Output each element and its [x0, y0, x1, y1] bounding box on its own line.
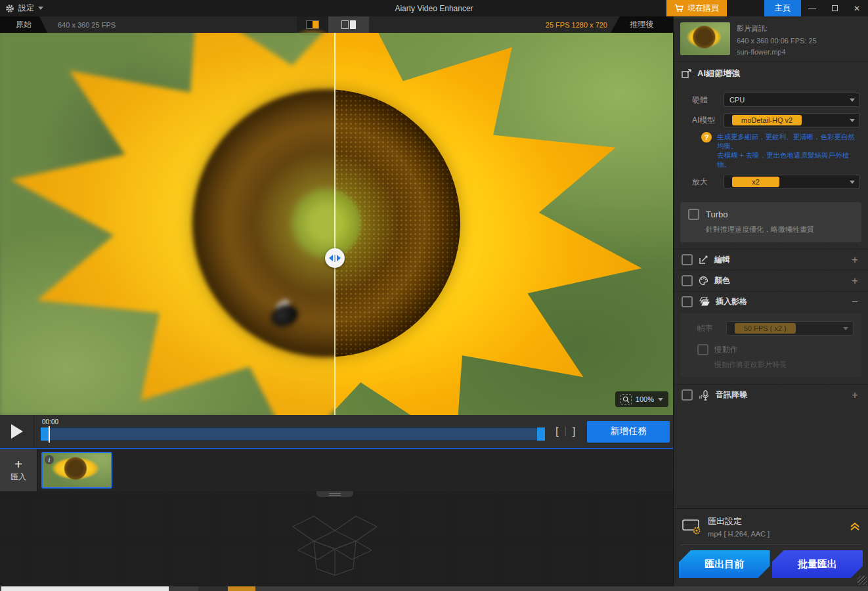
timeline-area: 00:00 [41, 415, 545, 448]
export-settings-block[interactable]: 匯出設定 mp4 [ H.264, AAC ] [674, 508, 868, 543]
audio-denoise-label: 音訊降噪 [716, 389, 747, 401]
export-monitor-gear-icon [682, 518, 701, 535]
frame-interp-checkbox[interactable] [682, 296, 693, 307]
section-audio-denoise: 音訊降噪 + [674, 384, 868, 405]
current-time-label: 00:00 [42, 418, 58, 426]
compare-mode-toggles [297, 16, 369, 33]
info-icon[interactable]: i [45, 455, 54, 464]
frame-rate-label: 幀率 [697, 323, 726, 334]
clip-thumbnail-selected[interactable]: i [41, 452, 112, 489]
section-edit: 編輯 + [674, 249, 868, 270]
hardware-select[interactable]: CPU [724, 93, 860, 107]
ai-model-select[interactable]: moDetail-HQ v2 [724, 113, 860, 127]
home-button[interactable]: 主頁 [764, 0, 801, 16]
taskbar-segment [198, 586, 228, 591]
buy-now-button[interactable]: 現在購買 [666, 0, 727, 16]
color-expand-button[interactable]: + [850, 274, 860, 288]
enhanced-resolution-label: 25 FPS 1280 x 720 [546, 16, 607, 33]
compare-divider [334, 33, 336, 415]
chevron-down-icon [850, 98, 855, 102]
gear-icon [5, 4, 14, 13]
sidebar-spacer [674, 405, 868, 508]
slow-motion-description: 慢動作將更改影片時長 [714, 360, 854, 370]
trim-end-handle[interactable] [537, 427, 545, 441]
set-in-point-button[interactable]: [ [555, 425, 559, 438]
audio-denoise-checkbox[interactable] [682, 389, 693, 401]
export-buttons: 匯出目前 批量匯出 [674, 545, 868, 586]
titlebar: 設定 Aiarty Video Enhancer 現在購買 主頁 — ✕ [0, 0, 868, 16]
app-window: 設定 Aiarty Video Enhancer 現在購買 主頁 — ✕ 原始 … [0, 0, 868, 591]
playback-bar: 00:00 [ ] 新增任務 [0, 415, 673, 449]
section-frame-interpolation: 插入影格 − [674, 291, 868, 312]
ai-enhance-section-header: AI細節增強 [674, 61, 868, 84]
frame-rate-value: 50 FPS ( x2 ) [735, 323, 796, 334]
export-batch-button[interactable]: 批量匯出 [772, 550, 863, 578]
settings-menu[interactable]: 設定 [0, 3, 131, 14]
close-button[interactable]: ✕ [846, 0, 868, 16]
export-current-button[interactable]: 匯出目前 [679, 550, 770, 578]
edit-expand-button[interactable]: + [850, 253, 860, 267]
split-view-toggle[interactable] [297, 16, 328, 33]
turbo-checkbox[interactable] [688, 209, 699, 220]
compare-divider-handle[interactable] [325, 248, 345, 268]
turbo-label: Turbo [706, 209, 727, 219]
resize-grip-icon[interactable] [857, 576, 867, 585]
timeline-track[interactable] [41, 427, 545, 441]
maximize-button[interactable] [823, 0, 846, 16]
tab-enhanced[interactable]: 推理後 [611, 16, 673, 33]
panel-resize-handle[interactable] [316, 491, 353, 497]
frame-rate-panel: 幀率 50 FPS ( x2 ) 慢動作 慢動作將更改影片時長 [680, 313, 861, 378]
enlarge-icon [682, 69, 692, 78]
layers-icon [699, 297, 710, 307]
edit-icon [699, 255, 708, 265]
slow-motion-checkbox[interactable] [697, 344, 708, 355]
export-format-label: mp4 [ H.264, AAC ] [708, 530, 770, 538]
audio-denoise-expand-button[interactable]: + [850, 389, 860, 402]
import-label: 匯入 [11, 471, 26, 483]
video-info-filename: sun-flower.mp4 [737, 48, 817, 56]
set-out-point-button[interactable]: ] [573, 425, 576, 438]
collapse-double-chevron-icon[interactable] [850, 522, 860, 531]
minimize-button[interactable]: — [801, 0, 823, 16]
frame-rate-select[interactable]: 50 FPS ( x2 ) [726, 321, 854, 336]
import-button[interactable]: + 匯入 [0, 449, 37, 491]
chevron-down-icon [38, 7, 43, 10]
frame-interp-collapse-button[interactable]: − [850, 296, 860, 309]
chevron-down-icon [850, 119, 855, 122]
hardware-label: 硬體 [692, 95, 724, 106]
video-info-block: 影片資訊: 640 x 360 00:06 FPS: 25 sun-flower… [674, 16, 868, 61]
palette-icon [699, 276, 708, 286]
color-label: 顏色 [714, 275, 730, 286]
scale-value: x2 [732, 177, 779, 187]
empty-box-icon [288, 504, 382, 578]
taskbar-orange-segment [228, 586, 255, 591]
hardware-value: CPU [729, 96, 745, 104]
export-settings-title: 匯出設定 [708, 515, 770, 527]
video-info-thumbnail [680, 22, 730, 55]
ai-model-label: AI模型 [692, 115, 724, 126]
ai-settings: 硬體 CPU AI模型 moDetail-HQ v2 ? 生成更多細節，更銳利、… [674, 84, 868, 196]
cart-icon [674, 4, 684, 12]
section-color: 顏色 + [674, 270, 868, 291]
tab-original[interactable]: 原始 [0, 16, 47, 33]
settings-sidebar: 影片資訊: 640 x 360 00:06 FPS: 25 sun-flower… [673, 16, 868, 586]
add-task-button[interactable]: 新增任務 [587, 421, 670, 443]
playhead[interactable] [49, 426, 50, 443]
split-view-icon [306, 20, 319, 29]
zoom-control[interactable]: 100% [615, 391, 668, 407]
side-by-side-toggle[interactable] [328, 16, 369, 33]
magnifier-icon [620, 394, 632, 405]
turbo-description: 針對推理速度優化，略微犧牲畫質 [706, 225, 854, 234]
original-resolution-label: 640 x 360 25 FPS [58, 16, 116, 33]
settings-label: 設定 [18, 3, 34, 14]
trim-start-handle[interactable] [41, 427, 49, 441]
color-checkbox[interactable] [682, 275, 693, 286]
play-button[interactable] [0, 415, 34, 448]
edit-checkbox[interactable] [682, 254, 693, 265]
buy-now-label: 現在購買 [687, 3, 719, 14]
video-info-label: 影片資訊: [737, 24, 817, 33]
plus-icon: + [14, 458, 22, 470]
help-icon[interactable]: ? [701, 132, 712, 142]
scale-select[interactable]: x2 [724, 175, 860, 189]
side-by-side-icon [341, 20, 356, 29]
